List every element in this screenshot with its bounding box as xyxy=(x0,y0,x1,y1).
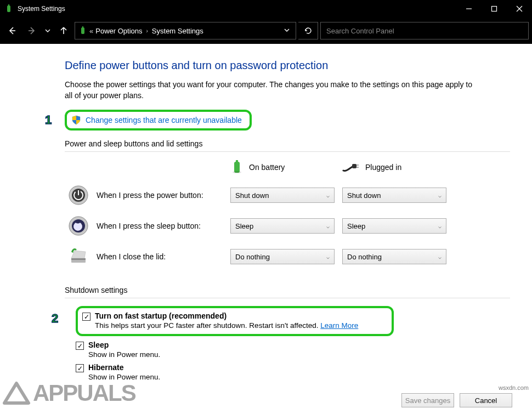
battery-icon xyxy=(230,160,244,175)
checkbox-row-sleep: Sleep Show in Power menu. xyxy=(76,341,510,359)
svg-rect-0 xyxy=(7,5,10,12)
address-dropdown-button[interactable] xyxy=(278,27,296,35)
sleep-option-label: Sleep xyxy=(88,341,160,349)
checkbox-sleep[interactable] xyxy=(76,342,84,350)
chevron-down-icon: ⌵ xyxy=(326,254,330,260)
checkbox-fast-startup[interactable] xyxy=(82,313,90,321)
forward-button[interactable] xyxy=(23,22,41,39)
up-button[interactable] xyxy=(55,22,72,39)
learn-more-link[interactable]: Learn More xyxy=(320,321,358,330)
breadcrumb-system-settings[interactable]: System Settings xyxy=(152,27,203,35)
sleep-option-desc: Show in Power menu. xyxy=(88,350,160,359)
group-power-sleep-title: Power and sleep buttons and lid settings xyxy=(65,139,510,152)
breadcrumb-root-chevron: « xyxy=(89,27,93,35)
callout-number-2: 2 xyxy=(52,311,58,326)
maximize-button[interactable] xyxy=(482,0,507,18)
column-plugged-in: Plugged in xyxy=(342,160,454,175)
column-plugged-in-label: Plugged in xyxy=(365,163,401,172)
breadcrumb-power-options[interactable]: Power Options xyxy=(95,27,142,35)
save-changes-button[interactable]: Save changes xyxy=(401,393,454,407)
chevron-down-icon: ⌵ xyxy=(438,254,442,260)
page-heading: Define power buttons and turn on passwor… xyxy=(65,59,510,72)
chevron-down-icon: ⌵ xyxy=(326,192,330,199)
combo-lid-battery[interactable]: Do nothing⌵ xyxy=(230,249,335,264)
combo-power-plugged[interactable]: Shut down⌵ xyxy=(342,188,446,203)
dialog-buttons: Save changes Cancel xyxy=(401,393,512,407)
hibernate-option-label: Hibernate xyxy=(88,363,160,372)
minimize-button[interactable] xyxy=(456,0,482,18)
row-power-button: When I press the power button: Shut down… xyxy=(65,185,510,206)
column-on-battery-label: On battery xyxy=(249,163,285,172)
fast-startup-label: Turn on fast startup (recommended) xyxy=(95,311,358,320)
chevron-down-icon: ⌵ xyxy=(438,192,442,199)
column-on-battery: On battery xyxy=(230,160,342,175)
combo-power-battery[interactable]: Shut down⌵ xyxy=(230,188,335,203)
fast-startup-desc: This helps start your PC faster after sh… xyxy=(95,321,358,330)
svg-rect-8 xyxy=(81,27,84,34)
row-sleep-button: When I press the sleep button: Sleep⌵ Sl… xyxy=(65,215,510,236)
chevron-down-icon: ⌵ xyxy=(438,223,442,229)
group-shutdown-title: Shutdown settings xyxy=(65,286,510,298)
row-sleep-button-label: When I press the sleep button: xyxy=(97,222,230,230)
svg-rect-9 xyxy=(82,26,83,27)
svg-rect-1 xyxy=(8,4,9,5)
address-bar[interactable]: « Power Options › System Settings xyxy=(75,22,296,39)
watermark-logo: APPUALS xyxy=(0,380,135,406)
svg-rect-11 xyxy=(236,160,238,162)
laptop-lid-icon xyxy=(68,246,89,267)
checkbox-row-hibernate: Hibernate Show in Power menu. xyxy=(76,363,510,381)
plug-icon xyxy=(342,160,360,175)
close-button[interactable] xyxy=(507,0,532,18)
row-close-lid: When I close the lid: Do nothing⌵ Do not… xyxy=(65,246,510,267)
back-button[interactable] xyxy=(3,22,21,39)
search-input[interactable]: Search Control Panel xyxy=(320,22,529,39)
row-power-button-label: When I press the power button: xyxy=(97,191,230,200)
svg-point-12 xyxy=(233,171,241,173)
uac-shield-icon xyxy=(71,115,81,125)
page-description: Choose the power settings that you want … xyxy=(65,80,482,101)
power-options-icon xyxy=(4,4,13,13)
chevron-right-icon: › xyxy=(146,28,148,34)
window-controls xyxy=(456,0,532,18)
row-close-lid-label: When I close the lid: xyxy=(97,252,230,261)
column-headers: On battery Plugged in xyxy=(65,160,510,175)
change-unavailable-settings-link[interactable]: Change settings that are currently unava… xyxy=(86,116,242,124)
svg-rect-13 xyxy=(352,164,356,168)
highlight-callout-1: Change settings that are currently unava… xyxy=(65,110,252,131)
power-button-icon xyxy=(68,185,89,206)
combo-lid-plugged[interactable]: Do nothing⌵ xyxy=(342,249,446,264)
combo-sleep-battery[interactable]: Sleep⌵ xyxy=(230,218,335,234)
chevron-down-icon: ⌵ xyxy=(326,223,330,229)
svg-rect-3 xyxy=(492,7,497,12)
sleep-button-icon xyxy=(68,215,89,236)
highlight-callout-2: Turn on fast startup (recommended) This … xyxy=(76,306,394,336)
checkbox-hibernate[interactable] xyxy=(76,364,84,372)
titlebar: System Settings xyxy=(0,0,532,18)
recent-locations-button[interactable] xyxy=(43,22,53,39)
content-pane: Define power buttons and turn on passwor… xyxy=(0,44,532,381)
watermark-url: wsxdn.com xyxy=(499,384,529,391)
navigation-bar: « Power Options › System Settings Search… xyxy=(0,18,532,44)
refresh-button[interactable] xyxy=(298,22,318,39)
combo-sleep-plugged[interactable]: Sleep⌵ xyxy=(342,218,446,234)
power-options-icon xyxy=(78,26,87,35)
window-title: System Settings xyxy=(18,5,456,13)
svg-rect-23 xyxy=(71,258,86,260)
cancel-button[interactable]: Cancel xyxy=(460,393,512,407)
callout-number-1: 1 xyxy=(45,113,52,127)
search-placeholder: Search Control Panel xyxy=(326,27,394,35)
